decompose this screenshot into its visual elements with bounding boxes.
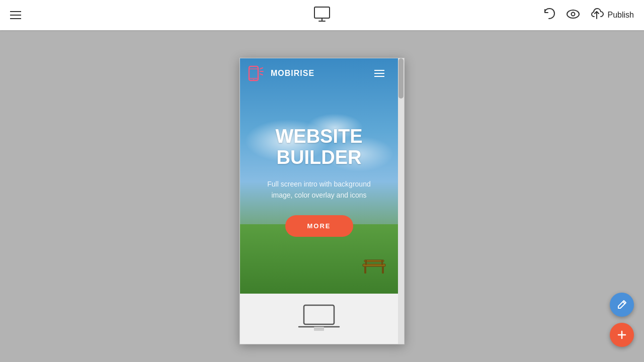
canvas: MOBIRISE WEBSITE BUILDER Full screen int… [0,30,644,362]
phone-nav: MOBIRISE [240,58,392,88]
svg-line-10 [260,68,263,69]
svg-rect-15 [364,266,366,274]
monitor-icon[interactable] [313,5,331,25]
phone-bottom-section [240,294,398,344]
eye-icon[interactable] [566,7,581,23]
phone-hero-title: WEBSITE BUILDER [264,126,374,168]
svg-rect-19 [304,305,334,324]
fab-container [610,293,634,347]
phone-hero-subtitle: Full screen intro with background image,… [264,178,374,201]
svg-rect-18 [381,260,383,265]
phone-brand-name: MOBIRISE [271,69,314,78]
phone-hero-cta-button[interactable]: MORE [285,215,353,237]
phone-scrollbar[interactable] [398,58,404,344]
phone-hero-content: WEBSITE BUILDER Full screen intro with b… [264,126,374,236]
svg-point-4 [571,13,575,16]
svg-rect-0 [314,7,330,18]
phone-hero-section: MOBIRISE WEBSITE BUILDER Full screen int… [240,58,398,305]
svg-rect-21 [314,327,324,331]
topbar-left [10,11,21,19]
upload-icon [590,8,604,23]
publish-button[interactable]: Publish [590,8,634,23]
topbar-center [313,5,331,25]
phone-nav-hamburger[interactable] [374,70,384,77]
topbar: Publish [0,0,644,30]
add-fab-button[interactable] [610,323,634,347]
svg-line-12 [260,74,263,75]
svg-rect-16 [382,266,384,274]
publish-label: Publish [608,11,634,20]
svg-rect-17 [365,260,367,265]
bench-illustration [360,255,388,280]
phone-logo: MOBIRISE [248,64,314,83]
svg-point-9 [253,79,255,81]
phone-scrollbar-thumb [398,58,404,99]
laptop-illustration [296,303,342,335]
undo-icon[interactable] [542,7,556,23]
topbar-right: Publish [542,7,634,23]
menu-icon[interactable] [10,11,21,19]
phone-preview: MOBIRISE WEBSITE BUILDER Full screen int… [239,58,405,344]
edit-fab-button[interactable] [610,293,634,317]
svg-rect-14 [364,260,384,262]
mobirise-logo-icon [248,64,267,83]
svg-point-3 [567,10,579,18]
